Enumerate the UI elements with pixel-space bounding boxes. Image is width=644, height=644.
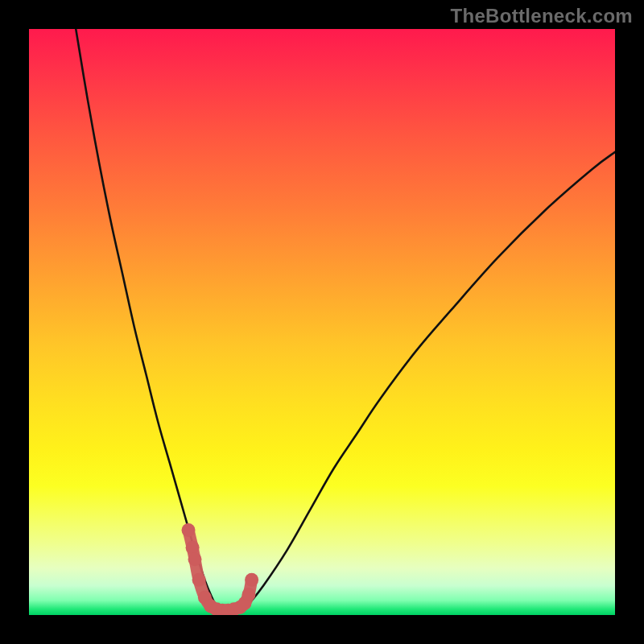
curve-right-branch xyxy=(222,152,615,613)
curve-layer xyxy=(29,29,615,615)
marker-dot xyxy=(188,552,202,566)
marker-dot xyxy=(245,573,258,587)
chart-frame: TheBottleneck.com xyxy=(0,0,644,644)
marker-dot xyxy=(182,523,196,537)
marker-dot xyxy=(186,541,200,555)
marker-dot xyxy=(242,588,256,601)
data-markers xyxy=(182,523,259,615)
curve-left-branch xyxy=(76,29,222,612)
bottleneck-curve xyxy=(76,29,615,612)
plot-area xyxy=(29,29,615,615)
watermark-text: TheBottleneck.com xyxy=(451,5,633,27)
marker-dot xyxy=(192,573,206,587)
